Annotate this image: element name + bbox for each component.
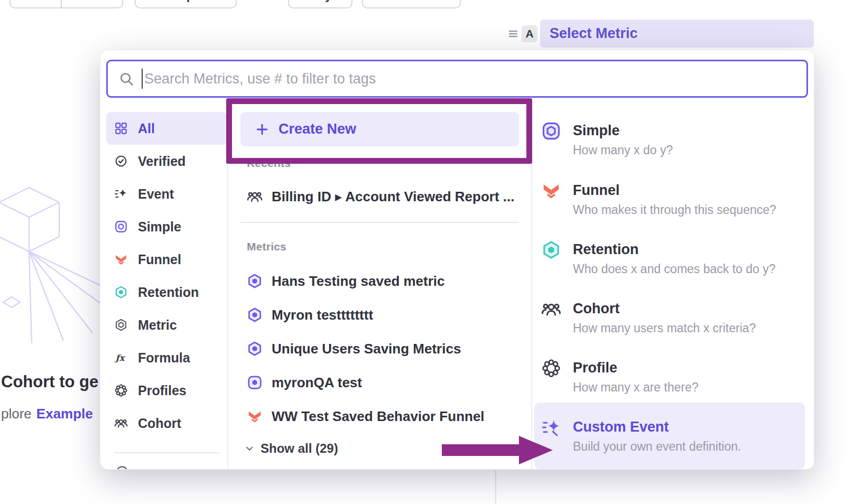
profile-icon (541, 358, 561, 378)
sidebar-item-retention[interactable]: Retention (106, 276, 227, 309)
funnel-icon (247, 408, 263, 424)
example-reports-link[interactable]: Example (36, 406, 93, 422)
explore-text-fragment: plore (1, 406, 32, 422)
hexagon-badge-icon (247, 307, 263, 323)
metric-list-item[interactable]: WW Test Saved Behavior Funnel (247, 406, 485, 427)
sidebar-item-metric[interactable]: Metric (106, 309, 227, 341)
cut-off-sidebar-icon (115, 464, 129, 469)
type-title: Simple (573, 121, 673, 140)
sidebar-item-label: All (138, 121, 155, 136)
background-explore-line: plore Example (1, 406, 93, 422)
range-12m-label: 12M (23, 0, 48, 3)
type-title: Cohort (573, 299, 756, 318)
sidebar-item-event[interactable]: Event (106, 178, 227, 210)
type-desc: How many users match x criteria? (573, 321, 756, 335)
metric-list-item[interactable]: Hans Testing saved metric (247, 270, 445, 292)
grid-icon (114, 122, 128, 135)
sidebar-item-funnel[interactable]: Funnel (106, 243, 227, 276)
chevron-down-icon: ▾ (105, 0, 110, 1)
square-badge-icon (247, 375, 263, 390)
type-desc: Who does x and comes back to do y? (573, 262, 776, 276)
chevron-down-icon (244, 443, 255, 454)
type-item-simple[interactable]: Simple How many x do y? (541, 121, 806, 157)
metric-list-item[interactable]: Unique Users Saving Metrics (247, 338, 461, 359)
metrics-heading: Metrics (247, 240, 286, 253)
metric-list-item[interactable]: Myron testttttttt (247, 304, 373, 325)
metric-item-label: Myron testttttttt (272, 307, 373, 323)
type-title: Funnel (573, 181, 776, 200)
sidebar-item-label: Verified (138, 154, 185, 169)
plus-icon (255, 122, 270, 137)
type-item-custom-event[interactable]: Custom Event Build your own event defini… (541, 417, 806, 454)
divider (227, 109, 228, 469)
sidebar-item-label: Simple (138, 219, 181, 235)
hexagon-badge-icon (247, 341, 263, 357)
metric-icon (114, 318, 128, 332)
type-item-retention[interactable]: Retention Who does x and comes back to d… (541, 240, 806, 276)
sidebar-item-label: Metric (138, 318, 177, 333)
show-all-button[interactable]: Show all (29) (244, 441, 338, 456)
compare-button[interactable]: Compare (135, 0, 237, 8)
type-desc: How many x do y? (573, 143, 673, 157)
select-metric-field[interactable]: Select Metric (540, 20, 814, 48)
type-desc: How many x are there? (573, 380, 699, 395)
type-title: Retention (573, 240, 776, 259)
sidebar-item-label: Profiles (138, 383, 187, 398)
sidebar-item-label: Formula (138, 350, 190, 366)
cohort-icon (541, 299, 561, 319)
recent-item-label: Billing ID ▸ Account Viewed Report ... (272, 189, 514, 205)
custom-event-icon (541, 417, 561, 437)
search-box (106, 60, 808, 98)
day-label: Day (309, 0, 332, 3)
create-new-label: Create New (279, 121, 356, 137)
range-12m-button[interactable]: 12M (11, 0, 61, 7)
event-icon (114, 187, 128, 201)
verified-icon (114, 154, 128, 168)
line-chart-icon (388, 0, 402, 2)
search-icon (118, 71, 134, 87)
cohort-icon (247, 189, 263, 204)
search-input[interactable] (143, 63, 806, 95)
date-range-segmented-control: 12M YTD ▾ (10, 0, 123, 8)
compare-label: Compare (158, 0, 213, 3)
type-desc: Who makes it through this sequence? (573, 203, 776, 217)
type-item-funnel[interactable]: Funnel Who makes it through this sequenc… (541, 181, 806, 217)
metric-item-label: WW Test Saved Behavior Funnel (272, 408, 485, 425)
metric-item-label: Unique Users Saving Metrics (272, 341, 461, 357)
sidebar-item-all[interactable]: All (106, 112, 227, 145)
metric-item-label: myronQA test (272, 375, 362, 391)
panel-divider (495, 470, 496, 504)
background-heading-fragment: Cohort to ge (1, 372, 98, 391)
simple-type-icon (541, 121, 561, 141)
drag-handle-icon[interactable] (508, 28, 518, 40)
page: 12M YTD ▾ Compare Day Line A Select Metr… (0, 0, 854, 504)
sidebar-item-verified[interactable]: Verified (106, 145, 227, 178)
sidebar-item-label: Funnel (138, 252, 181, 267)
hexagon-badge-icon (247, 273, 263, 289)
range-ytd-button[interactable]: YTD ▾ (61, 0, 123, 7)
sidebar-item-cohort[interactable]: Cohort (106, 407, 227, 440)
recent-item[interactable]: Billing ID ▸ Account Viewed Report ... (247, 186, 514, 207)
sidebar-item-simple[interactable]: Simple (106, 210, 227, 243)
sidebar-item-profiles[interactable]: Profiles (106, 374, 227, 407)
sidebar-item-formula[interactable]: ƒx Formula (106, 341, 227, 374)
recents-heading: Recents (247, 157, 291, 170)
funnel-icon (541, 181, 561, 201)
svg-text:ƒx: ƒx (114, 353, 126, 363)
range-ytd-label: YTD (75, 0, 100, 3)
create-new-button[interactable]: Create New (240, 112, 519, 146)
metric-picker-modal: All Verified Event Simple (100, 50, 814, 469)
divider (531, 109, 532, 469)
metric-row-label: A (522, 25, 537, 42)
sidebar-item-label: Retention (138, 285, 199, 300)
day-button[interactable]: Day (288, 0, 352, 8)
cohort-icon (114, 416, 128, 430)
type-item-cohort[interactable]: Cohort How many users match x criteria? (541, 299, 806, 335)
retention-icon (541, 240, 561, 260)
show-all-label: Show all (29) (261, 441, 338, 456)
wireframe-decoration (0, 174, 111, 349)
metric-list-item[interactable]: myronQA test (247, 372, 362, 393)
line-chart-type-button[interactable]: Line (362, 0, 461, 8)
type-title: Profile (573, 358, 699, 377)
type-item-profile[interactable]: Profile How many x are there? (541, 358, 806, 395)
